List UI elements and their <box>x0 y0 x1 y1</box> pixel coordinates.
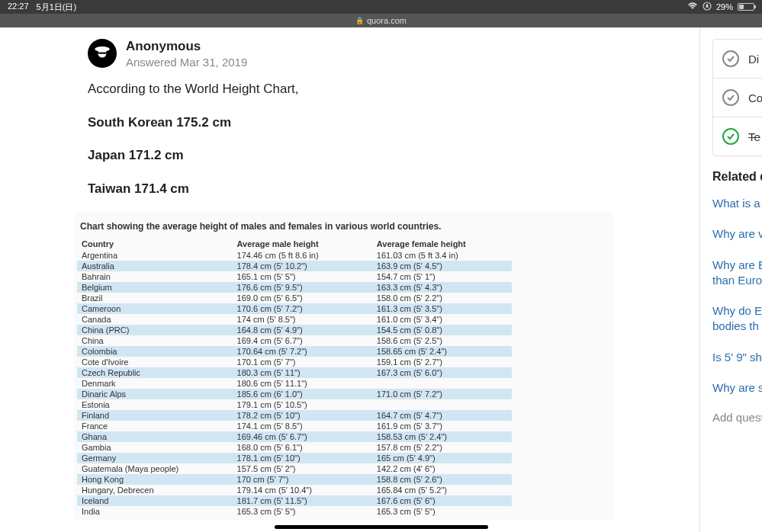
related-title: Related q <box>712 170 762 184</box>
checklist: DiCoTe <box>712 39 762 156</box>
author-name[interactable]: Anonymous <box>126 39 247 54</box>
cell-female: 161.03 cm (5 ft 3.4 in) <box>372 250 512 261</box>
cell-female: 163.9 cm (5' 4.5") <box>372 261 512 271</box>
cell-male: 185.6 cm (6' 1.0") <box>233 389 372 399</box>
cell-female: 161.0 cm (5' 3.4") <box>372 314 512 325</box>
cell-female: 171.0 cm (5' 7.2") <box>372 389 512 399</box>
height-chart: Chart showing the average height of male… <box>74 212 614 520</box>
related-question-link[interactable]: Is 5' 9" sh <box>712 350 762 365</box>
checklist-label: Di <box>748 53 759 66</box>
cell-male: 176.6 cm (5' 9.5") <box>233 282 372 293</box>
add-question-link[interactable]: Add questi <box>712 411 762 424</box>
related-question-link[interactable]: Why are s <box>712 380 762 396</box>
table-row: China169.4 cm (5' 6.7")158.6 cm (5' 2.5"… <box>77 335 512 346</box>
col-country: Country <box>77 238 233 250</box>
cell-female: 154.5 cm (5' 0.8") <box>372 325 512 335</box>
cell-male: 165.1 cm (5' 5") <box>233 271 372 282</box>
cell-male: 178.1 cm (5' 10") <box>233 453 372 463</box>
col-male: Average male height <box>233 238 372 250</box>
cell-female: 167.3 cm (5' 6.0") <box>372 367 512 378</box>
status-date: 5月1日(日) <box>37 2 77 13</box>
home-indicator[interactable] <box>275 525 488 529</box>
answer-line: Taiwan 171.4 cm <box>88 179 699 199</box>
url-text: quora.com <box>367 16 407 25</box>
cell-male: 170.64 cm (5' 7.2") <box>233 346 372 357</box>
table-row: Ghana169.46 cm (5' 6.7")158.53 cm (5' 2.… <box>77 431 512 442</box>
cell-female: 161.9 cm (5' 3.7") <box>372 421 512 431</box>
table-row: Iceland181.7 cm (5' 11.5")167.6 cm (5' 6… <box>77 495 512 506</box>
cell-country: Estonia <box>77 399 233 410</box>
table-row: Belgium176.6 cm (5' 9.5")163.3 cm (5' 4.… <box>77 282 512 293</box>
answer-line: South Korean 175.2 cm <box>88 113 699 133</box>
cell-country: Czech Republic <box>77 367 233 378</box>
related-question-link[interactable]: What is a <box>712 196 762 211</box>
table-row: Argentina174.46 cm (5 ft 8.6 in)161.03 c… <box>77 250 512 261</box>
cell-male: 180.6 cm (5' 11.1") <box>233 378 372 389</box>
cell-female: 165.3 cm (5' 5") <box>372 506 512 517</box>
cell-country: France <box>77 421 233 431</box>
table-row: Hong Kong170 cm (5' 7")158.8 cm (5' 2.6"… <box>77 474 512 485</box>
cell-female: 164.7 cm (5' 4.7") <box>372 410 512 421</box>
cell-country: Brazil <box>77 293 233 303</box>
table-row: Estonia179.1 cm (5' 10.5") <box>77 399 512 410</box>
cell-female: 159.1 cm (5' 2.7") <box>372 357 512 367</box>
height-table: Country Average male height Average fema… <box>77 238 512 517</box>
table-row: Guatemala (Maya people)157.5 cm (5' 2")1… <box>77 463 512 474</box>
status-time: 22:27 <box>8 2 29 13</box>
cell-male: 174.1 cm (5' 8.5") <box>233 421 372 431</box>
cell-female: 158.53 cm (5' 2.4") <box>372 431 512 442</box>
wifi-icon <box>687 2 698 11</box>
cell-female: 167.6 cm (5' 6") <box>372 495 512 506</box>
cell-country: Ghana <box>77 431 233 442</box>
url-bar[interactable]: 🔒 quora.com <box>0 14 762 27</box>
related-question-link[interactable]: Why do Ebodies th <box>712 303 762 335</box>
status-bar: 22:27 5月1日(日) 29% <box>0 0 762 14</box>
table-row: China (PRC)164.8 cm (5' 4.9")154.5 cm (5… <box>77 325 512 335</box>
checklist-item[interactable]: Di <box>713 40 762 79</box>
col-female: Average female height <box>372 238 512 250</box>
table-row: Colombia170.64 cm (5' 7.2")158.65 cm (5'… <box>77 346 512 357</box>
checklist-item[interactable]: Te <box>713 117 762 155</box>
cell-male: 179.14 cm (5' 10.4") <box>233 485 372 495</box>
table-row: India165.3 cm (5' 5")165.3 cm (5' 5") <box>77 506 512 517</box>
answer-header: Anonymous Answered Mar 31, 2019 <box>0 39 699 79</box>
cell-female <box>372 378 512 389</box>
cell-female: 158.0 cm (5' 2.2") <box>372 293 512 303</box>
cell-country: China <box>77 335 233 346</box>
related-question-link[interactable]: Why are Ethan Euro <box>712 258 762 289</box>
cell-country: Belgium <box>77 282 233 293</box>
table-row: Cote d'Ivoire170.1 cm (5' 7")159.1 cm (5… <box>77 357 512 367</box>
svg-rect-3 <box>98 53 106 54</box>
cell-male: 170.1 cm (5' 7") <box>233 357 372 367</box>
cell-country: China (PRC) <box>77 325 233 335</box>
cell-country: Denmark <box>77 378 233 389</box>
cell-female: 165 cm (5' 4.9") <box>372 453 512 463</box>
cell-male: 181.7 cm (5' 11.5") <box>233 495 372 506</box>
cell-country: Colombia <box>77 346 233 357</box>
cell-country: Dinaric Alps <box>77 389 233 399</box>
cell-female: 154.7 cm (5' 1") <box>372 271 512 282</box>
cell-female: 142.2 cm (4' 6") <box>372 463 512 474</box>
cell-male: 179.1 cm (5' 10.5") <box>233 399 372 410</box>
table-row: Czech Republic180.3 cm (5' 11")167.3 cm … <box>77 367 512 378</box>
cell-female: 158.8 cm (5' 2.6") <box>372 474 512 485</box>
table-row: Hungary, Debrecen179.14 cm (5' 10.4")165… <box>77 485 512 495</box>
cell-country: Guatemala (Maya people) <box>77 463 233 474</box>
sidebar: DiCoTe Related q What is aWhy are vWhy a… <box>699 27 762 532</box>
cell-male: 174 cm (5' 8.5") <box>233 314 372 325</box>
cell-male: 165.3 cm (5' 5") <box>233 506 372 517</box>
avatar[interactable] <box>88 39 117 68</box>
cell-country: Argentina <box>77 250 233 261</box>
cell-female: 163.3 cm (5' 4.3") <box>372 282 512 293</box>
table-row: Dinaric Alps185.6 cm (6' 1.0")171.0 cm (… <box>77 389 512 399</box>
cell-country: India <box>77 506 233 517</box>
table-row: Denmark180.6 cm (5' 11.1") <box>77 378 512 389</box>
cell-female: 161.3 cm (5' 3.5") <box>372 303 512 314</box>
checklist-item[interactable]: Co <box>713 79 762 117</box>
table-row: Germany178.1 cm (5' 10")165 cm (5' 4.9") <box>77 453 512 463</box>
related-question-link[interactable]: Why are v <box>712 226 762 242</box>
check-icon <box>722 89 739 106</box>
table-row: Finland178.2 cm (5' 10")164.7 cm (5' 4.7… <box>77 410 512 421</box>
cell-male: 178.4 cm (5' 10.2") <box>233 261 372 271</box>
cell-country: Cote d'Ivoire <box>77 357 233 367</box>
